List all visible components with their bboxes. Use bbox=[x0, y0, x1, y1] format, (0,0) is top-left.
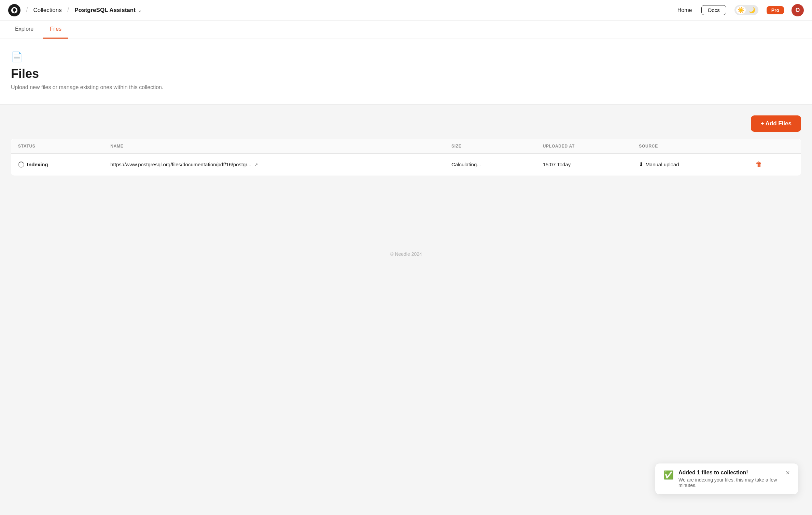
hero-section: 📄 Files Upload new files or manage exist… bbox=[0, 39, 812, 105]
file-name: https://www.postgresql.org/files/documen… bbox=[110, 162, 251, 167]
dark-theme-icon[interactable]: 🌙 bbox=[747, 6, 757, 14]
col-header-size: SIZE bbox=[445, 139, 536, 154]
toast-message: We are indexing your files, this may tak… bbox=[678, 477, 781, 488]
upload-icon: ⬇ bbox=[639, 161, 643, 168]
toast-notification: ✅ Added 1 files to collection! We are in… bbox=[655, 463, 798, 495]
files-icon: 📄 bbox=[11, 51, 801, 62]
toast-close-button[interactable]: × bbox=[786, 469, 790, 477]
table-header: STATUS NAME SIZE UPLOADED AT SOURCE bbox=[11, 139, 801, 154]
col-header-source: SOURCE bbox=[632, 139, 746, 154]
main-content: + Add Files STATUS NAME SIZE UPLOADED AT… bbox=[0, 105, 812, 241]
files-table: STATUS NAME SIZE UPLOADED AT SOURCE Inde… bbox=[11, 139, 801, 176]
light-theme-icon[interactable]: ☀️ bbox=[736, 6, 746, 14]
file-link[interactable]: https://www.postgresql.org/files/documen… bbox=[110, 162, 438, 167]
add-files-button[interactable]: + Add Files bbox=[751, 115, 801, 132]
page-subtitle: Upload new files or manage existing ones… bbox=[11, 84, 801, 91]
toast-body: Added 1 files to collection! We are inde… bbox=[678, 470, 781, 488]
file-size: Calculating... bbox=[451, 162, 481, 167]
page-title: Files bbox=[11, 67, 801, 81]
chevron-down-icon: ⌄ bbox=[138, 8, 142, 13]
toolbar-row: + Add Files bbox=[11, 115, 801, 132]
home-link[interactable]: Home bbox=[677, 7, 692, 13]
name-cell: https://www.postgresql.org/files/documen… bbox=[103, 154, 445, 176]
col-header-uploaded-at: UPLOADED AT bbox=[536, 139, 632, 154]
col-header-actions bbox=[746, 139, 801, 154]
status-label: Indexing bbox=[27, 162, 48, 167]
tabs-nav: Explore Files bbox=[0, 20, 812, 39]
docs-button[interactable]: Docs bbox=[701, 5, 726, 15]
source-label: Manual upload bbox=[645, 162, 679, 167]
col-header-status: STATUS bbox=[11, 139, 104, 154]
collections-link[interactable]: Collections bbox=[33, 7, 62, 14]
col-header-name: NAME bbox=[103, 139, 445, 154]
table-row: Indexing https://www.postgresql.org/file… bbox=[11, 154, 801, 176]
delete-cell[interactable]: 🗑 bbox=[746, 154, 801, 176]
uploaded-at-value: 15:07 Today bbox=[543, 162, 571, 167]
uploaded-at-cell: 15:07 Today bbox=[536, 154, 632, 176]
table-body: Indexing https://www.postgresql.org/file… bbox=[11, 154, 801, 176]
separator-2: / bbox=[67, 6, 69, 14]
logo[interactable] bbox=[8, 4, 20, 16]
tab-explore[interactable]: Explore bbox=[8, 20, 40, 39]
separator-1: / bbox=[26, 6, 28, 14]
delete-button[interactable]: 🗑 bbox=[753, 159, 765, 170]
size-cell: Calculating... bbox=[445, 154, 536, 176]
source-cell: ⬇ Manual upload bbox=[632, 154, 746, 176]
status-cell: Indexing bbox=[11, 154, 104, 176]
external-link-icon: ↗ bbox=[254, 162, 258, 167]
toast-check-icon: ✅ bbox=[663, 470, 674, 480]
assistant-label: PostgreSQL Assistant ⌄ bbox=[74, 7, 142, 14]
footer: © Needle 2024 bbox=[0, 241, 812, 264]
pro-badge: Pro bbox=[767, 6, 784, 14]
toast-title: Added 1 files to collection! bbox=[678, 470, 781, 476]
theme-toggle[interactable]: ☀️ 🌙 bbox=[734, 5, 758, 15]
copyright-text: © Needle 2024 bbox=[390, 251, 422, 257]
indexing-spinner-icon bbox=[18, 162, 24, 168]
avatar[interactable]: O bbox=[792, 4, 804, 16]
tab-files[interactable]: Files bbox=[43, 20, 68, 39]
header: / Collections / PostgreSQL Assistant ⌄ H… bbox=[0, 0, 812, 20]
